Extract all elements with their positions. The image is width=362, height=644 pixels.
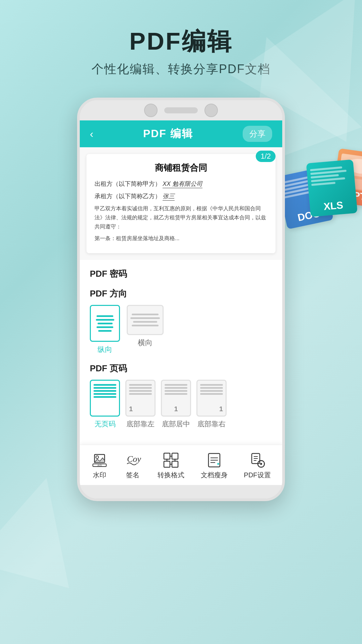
document-area: 1/2 商铺租赁合同 出租方（以下简称甲方） XX 勉有限公司 承租方（以下简称… xyxy=(80,147,282,260)
pageno-left-icon: 1 xyxy=(125,380,156,417)
ppt-body xyxy=(337,154,362,193)
pageno-center-label: 底部居中 xyxy=(162,419,190,429)
xls-lines xyxy=(310,166,352,186)
toolbar-pdf-settings[interactable]: PDF设置 xyxy=(244,452,271,480)
doc-label: DOC xyxy=(297,208,321,224)
toolbar-signature[interactable]: Coy 签名 xyxy=(124,452,141,480)
pageno-left-label: 底部靠左 xyxy=(126,419,155,429)
pdf-orientation-section: PDF 方向 纵向 xyxy=(90,288,272,355)
orientation-landscape[interactable]: 横向 xyxy=(127,305,164,355)
svg-rect-6 xyxy=(172,453,178,459)
doc-icon-xls: XLS xyxy=(306,160,357,217)
pdf-pageno-title: PDF 页码 xyxy=(90,363,272,374)
svg-rect-5 xyxy=(164,453,170,459)
doc-line-1: 出租方（以下简称甲方） XX 勉有限公司 xyxy=(95,179,267,189)
svg-point-12 xyxy=(260,463,262,465)
share-button[interactable]: 分享 xyxy=(243,126,272,142)
doc-lines xyxy=(281,174,324,199)
portrait-label: 纵向 xyxy=(98,344,112,355)
doc-body-1: 甲乙双方本着实诚信用，互利互惠的原则，根据《中华人民共和国合同法》法律、法规的规… xyxy=(95,204,267,231)
svg-rect-8 xyxy=(172,461,178,467)
ppt-label: PPT xyxy=(346,189,362,203)
phone-speaker xyxy=(164,107,198,113)
toolbar-title: PDF 编辑 xyxy=(143,126,193,141)
convert-icon xyxy=(163,452,179,469)
pdf-settings-icon xyxy=(249,452,266,469)
document-content: 商铺租赁合同 出租方（以下简称甲方） XX 勉有限公司 承租方（以下简称乙方） … xyxy=(86,154,276,253)
landscape-label: 横向 xyxy=(138,338,153,348)
pdf-pageno-section: PDF 页码 无页码 xyxy=(90,363,272,429)
svg-text:水印: 水印 xyxy=(97,464,102,467)
phone-camera-left xyxy=(144,104,158,117)
portrait-icon xyxy=(90,305,120,342)
svg-point-1 xyxy=(96,456,99,459)
toolbar-compress[interactable]: 文档瘦身 xyxy=(201,452,228,480)
compress-icon xyxy=(206,452,223,469)
orientation-portrait[interactable]: 纵向 xyxy=(90,305,120,355)
xls-label: XLS xyxy=(323,200,344,213)
pageno-right-icon: 1 xyxy=(196,380,227,417)
landscape-icon xyxy=(127,305,164,335)
pdf-password-section: PDF 密码 xyxy=(90,268,272,280)
pageno-options: 无页码 1 底部靠左 xyxy=(90,380,272,429)
doc-party-a-label: 出租方（以下简称甲方） xyxy=(95,180,161,187)
pageno-center-icon: 1 xyxy=(161,380,191,417)
svg-rect-7 xyxy=(164,461,170,467)
phone-notch xyxy=(80,100,282,120)
pdf-orientation-title: PDF 方向 xyxy=(90,288,272,300)
pageno-none[interactable]: 无页码 xyxy=(90,380,120,429)
page-badge: 1/2 xyxy=(256,151,276,162)
doc-body-2: 第一条：租赁房屋坐落地址及商格... xyxy=(95,234,267,243)
document-title: 商铺租赁合同 xyxy=(95,162,267,174)
doc-party-a-value: XX 勉有限公司 xyxy=(163,180,202,188)
phone-mockup: ‹ PDF 编辑 分享 1/2 商铺租赁合同 出租方（以下简称甲方） XX 勉有… xyxy=(77,98,285,501)
doc-icon-ppt: PPT xyxy=(332,148,362,208)
pageno-none-label: 无页码 xyxy=(95,419,116,429)
app-toolbar: ‹ PDF 编辑 分享 xyxy=(80,120,282,147)
doc-line-2: 承租方（以下简称乙方） 张三 xyxy=(95,192,267,201)
doc-icon-doc: DOC xyxy=(277,167,334,230)
watermark-label: 水印 xyxy=(93,471,106,480)
svg-text:Coy: Coy xyxy=(127,454,141,464)
phone-camera-right xyxy=(204,104,218,117)
compress-label: 文档瘦身 xyxy=(201,471,228,480)
pdf-password-title: PDF 密码 xyxy=(90,268,272,280)
signature-icon: Coy xyxy=(124,452,141,469)
signature-label: 签名 xyxy=(126,471,139,480)
watermark-icon: 水印 xyxy=(91,452,108,469)
doc-party-b-label: 承租方（以下简称乙方） xyxy=(95,193,161,200)
convert-label: 转换格式 xyxy=(158,471,184,480)
settings-panel: PDF 密码 PDF 方向 纵向 xyxy=(80,260,282,445)
pageno-bottom-center[interactable]: 1 底部居中 xyxy=(161,380,191,429)
pageno-bottom-right[interactable]: 1 底部靠右 xyxy=(196,380,227,429)
back-button[interactable]: ‹ xyxy=(90,128,94,140)
pageno-right-label: 底部靠右 xyxy=(197,419,226,429)
toolbar-convert[interactable]: 转换格式 xyxy=(158,452,184,480)
pageno-bottom-left[interactable]: 1 底部靠左 xyxy=(125,380,156,429)
bottom-toolbar: 水印 水印 Coy 签名 xyxy=(80,445,282,485)
phone-bottom xyxy=(80,485,282,498)
pageno-none-icon xyxy=(90,380,120,417)
pdf-settings-label: PDF设置 xyxy=(244,471,271,480)
toolbar-watermark[interactable]: 水印 水印 xyxy=(91,452,108,480)
phone-container: PPT XLS DOC xyxy=(0,98,362,501)
orientation-options: 纵向 横向 xyxy=(90,305,272,355)
doc-party-b-value: 张三 xyxy=(163,193,175,201)
